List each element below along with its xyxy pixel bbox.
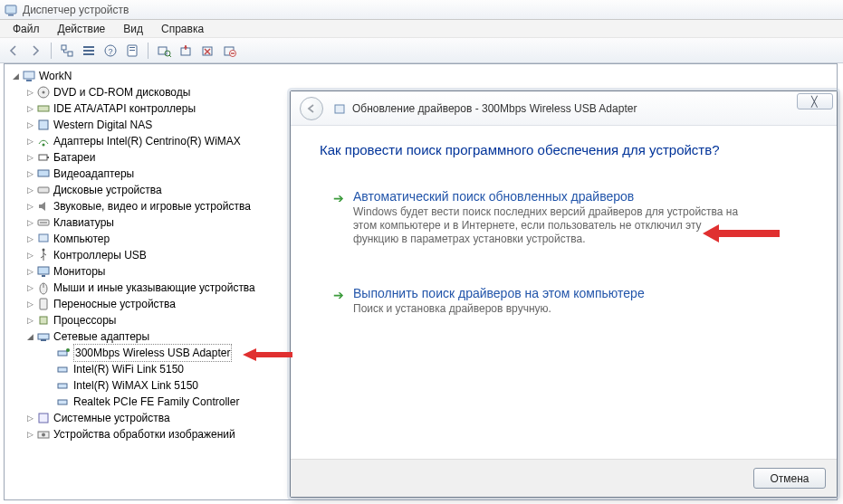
- collapse-icon[interactable]: ◢: [10, 68, 21, 84]
- expand-icon[interactable]: ▷: [24, 182, 35, 198]
- menubar: Файл Действие Вид Справка: [0, 20, 843, 38]
- toolbar-back-icon[interactable]: [4, 41, 24, 61]
- expand-icon[interactable]: ▷: [24, 426, 35, 442]
- tree-root[interactable]: ◢ WorkN: [8, 68, 833, 84]
- back-button[interactable]: [300, 97, 323, 120]
- option-auto-search[interactable]: ➔ Автоматический поиск обновленных драйв…: [327, 183, 808, 252]
- svg-rect-27: [38, 170, 49, 176]
- svg-rect-12: [158, 47, 167, 54]
- device-icon: [332, 101, 347, 116]
- toolbar-help-icon[interactable]: ?: [101, 41, 120, 61]
- svg-rect-28: [38, 187, 49, 193]
- network-adapter-icon: [56, 346, 71, 360]
- option-title: Автоматический поиск обновленных драйвер…: [353, 189, 742, 204]
- network-adapter-icon: [56, 395, 71, 409]
- expand-icon[interactable]: ▷: [24, 117, 35, 133]
- svg-rect-5: [83, 50, 94, 52]
- svg-rect-30: [40, 222, 47, 223]
- expand-icon[interactable]: ▷: [24, 84, 35, 100]
- window-titlebar: Диспетчер устройств: [0, 0, 843, 20]
- svg-rect-41: [58, 351, 67, 356]
- toolbar-update-icon[interactable]: [176, 41, 196, 61]
- svg-rect-40: [41, 339, 46, 341]
- svg-rect-44: [58, 384, 67, 388]
- expand-icon[interactable]: ▷: [24, 296, 35, 312]
- system-icon: [36, 411, 51, 425]
- svg-rect-23: [39, 120, 48, 129]
- svg-text:?: ?: [108, 47, 112, 56]
- svg-rect-18: [24, 71, 34, 79]
- svg-rect-38: [40, 317, 47, 324]
- expand-icon[interactable]: ▷: [24, 312, 35, 328]
- dialog-title: Обновление драйверов - 300Mbps Wireless …: [352, 102, 637, 115]
- menu-help[interactable]: Справка: [152, 21, 213, 37]
- toolbar-properties-icon[interactable]: [122, 41, 142, 61]
- toolbar: ?: [0, 38, 843, 63]
- cpu-icon: [36, 313, 51, 328]
- svg-point-21: [43, 91, 45, 94]
- cancel-button[interactable]: Отмена: [753, 468, 826, 489]
- menu-action[interactable]: Действие: [49, 21, 115, 37]
- display-adapter-icon: [36, 166, 51, 181]
- dialog-footer: Отмена: [291, 459, 837, 497]
- expand-icon[interactable]: ▷: [24, 410, 35, 426]
- svg-rect-22: [38, 106, 49, 111]
- dialog-body: Как провести поиск программного обеспече…: [291, 126, 837, 358]
- svg-rect-2: [62, 45, 66, 50]
- expand-icon[interactable]: ▷: [24, 198, 35, 214]
- expand-icon[interactable]: ▷: [24, 214, 35, 231]
- monitor-icon: [36, 264, 51, 279]
- expand-icon[interactable]: ▷: [24, 133, 35, 149]
- expand-icon[interactable]: ▷: [24, 100, 35, 117]
- toolbar-disable-icon[interactable]: [219, 41, 239, 61]
- expand-icon[interactable]: ▷: [24, 231, 35, 247]
- toolbar-divider: [148, 43, 148, 59]
- device-manager-icon: [4, 3, 18, 17]
- option-description: Поиск и установка драйверов вручную.: [353, 302, 645, 316]
- svg-rect-39: [38, 334, 49, 339]
- svg-rect-4: [83, 46, 94, 48]
- expand-icon[interactable]: ▷: [24, 166, 35, 182]
- imaging-icon: [36, 427, 51, 442]
- svg-rect-26: [47, 157, 49, 158]
- expand-icon[interactable]: ▷: [24, 280, 35, 296]
- dialog-header: Обновление драйверов - 300Mbps Wireless …: [291, 91, 837, 126]
- network-adapter-icon: [56, 378, 71, 393]
- portable-icon: [36, 297, 51, 311]
- svg-rect-3: [68, 52, 72, 56]
- menu-view[interactable]: Вид: [114, 21, 152, 37]
- keyboard-icon: [36, 215, 51, 230]
- battery-icon: [36, 150, 51, 165]
- expand-icon[interactable]: ▷: [24, 263, 35, 280]
- disk-icon: [36, 183, 51, 197]
- toolbar-uninstall-icon[interactable]: [197, 41, 217, 61]
- driver-update-dialog: Обновление драйверов - 300Mbps Wireless …: [290, 90, 838, 498]
- option-browse-computer[interactable]: ➔ Выполнить поиск драйверов на этом комп…: [327, 280, 808, 322]
- option-title: Выполнить поиск драйверов на этом компью…: [353, 286, 645, 300]
- toolbar-list-icon[interactable]: [79, 41, 99, 61]
- svg-point-48: [42, 433, 45, 437]
- svg-rect-34: [42, 275, 45, 277]
- window-title: Диспетчер устройств: [23, 4, 129, 16]
- svg-rect-33: [38, 267, 49, 274]
- toolbar-forward-icon[interactable]: [25, 41, 45, 61]
- toolbar-scan-icon[interactable]: [154, 41, 174, 61]
- mouse-icon: [36, 281, 51, 295]
- svg-point-32: [43, 249, 45, 252]
- svg-rect-31: [39, 234, 48, 242]
- collapse-icon[interactable]: ◢: [24, 328, 35, 345]
- network-icon: [36, 329, 51, 344]
- toolbar-tree-icon[interactable]: [57, 41, 77, 61]
- expand-icon[interactable]: ▷: [24, 149, 35, 166]
- wimax-icon: [36, 134, 51, 148]
- ide-icon: [36, 101, 51, 116]
- dialog-question: Как провести поиск программного обеспече…: [320, 142, 808, 157]
- expand-icon[interactable]: ▷: [24, 247, 35, 263]
- svg-point-42: [66, 348, 70, 352]
- toolbar-divider: [51, 43, 52, 59]
- svg-rect-49: [335, 105, 344, 113]
- close-button[interactable]: ╳: [797, 93, 833, 109]
- menu-file[interactable]: Файл: [4, 21, 49, 37]
- svg-rect-25: [39, 155, 47, 160]
- svg-rect-19: [26, 80, 32, 81]
